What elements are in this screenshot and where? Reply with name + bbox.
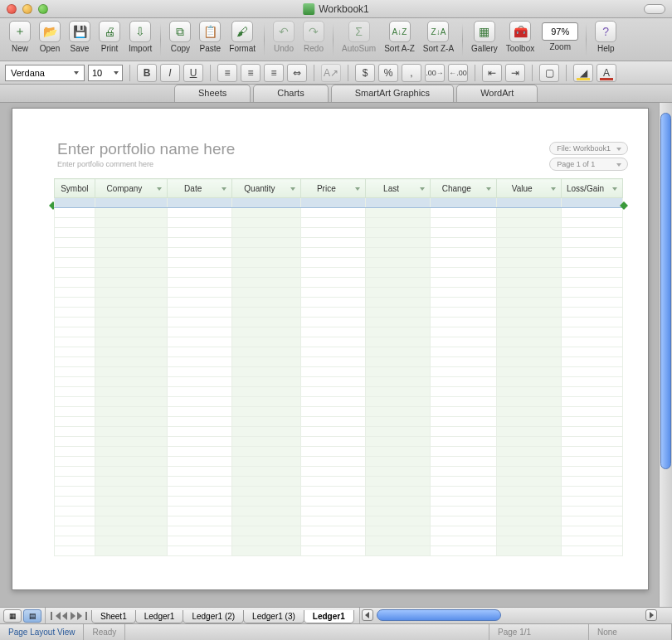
table-row[interactable] (55, 288, 623, 298)
cell[interactable] (300, 467, 365, 477)
cell[interactable] (562, 357, 623, 367)
cell[interactable] (95, 397, 167, 407)
cell[interactable] (95, 536, 167, 546)
cell[interactable] (168, 318, 232, 327)
cell[interactable] (55, 357, 95, 367)
cell[interactable] (366, 298, 431, 308)
page-layout-view-button[interactable]: ▤ (23, 609, 41, 623)
cell[interactable] (562, 218, 623, 228)
ribbon-tab-smartart[interactable]: SmartArt Graphics (331, 85, 454, 102)
table-row[interactable] (55, 218, 623, 228)
cell[interactable] (168, 347, 232, 357)
cell[interactable] (55, 198, 95, 208)
horizontal-scrollbar[interactable] (359, 608, 672, 623)
cell[interactable] (366, 258, 431, 268)
cell[interactable] (232, 437, 300, 447)
cell[interactable] (232, 516, 300, 526)
cell[interactable] (431, 357, 496, 367)
cell[interactable] (562, 288, 623, 298)
cell[interactable] (431, 427, 496, 437)
cell[interactable] (168, 387, 232, 397)
cell[interactable] (562, 487, 623, 497)
cell[interactable] (366, 198, 431, 208)
cell[interactable] (232, 357, 300, 367)
cell[interactable] (562, 377, 623, 387)
cell[interactable] (431, 288, 496, 298)
cell[interactable] (366, 377, 431, 387)
table-row[interactable] (55, 407, 623, 417)
cell[interactable] (431, 208, 496, 218)
cell[interactable] (168, 377, 232, 387)
cell[interactable] (55, 377, 95, 387)
cell[interactable] (496, 357, 562, 367)
column-header-value[interactable]: Value (496, 179, 562, 198)
cell[interactable] (95, 367, 167, 377)
cell[interactable] (55, 268, 95, 278)
close-window-button[interactable] (7, 4, 17, 14)
table-row[interactable] (55, 248, 623, 258)
cell[interactable] (431, 308, 496, 318)
cell[interactable] (366, 546, 431, 556)
help-button[interactable]: ?Help (591, 21, 621, 53)
underline-button[interactable]: U (183, 64, 203, 82)
ledger-body[interactable] (55, 198, 623, 556)
cell[interactable] (562, 228, 623, 238)
page[interactable]: Enter portfolio name here Enter portfoli… (12, 108, 649, 590)
currency-button[interactable]: $ (355, 64, 375, 82)
cell[interactable] (366, 367, 431, 377)
cell[interactable] (496, 427, 562, 437)
cell[interactable] (232, 327, 300, 337)
cell[interactable] (55, 437, 95, 447)
cell[interactable] (55, 536, 95, 546)
cell[interactable] (562, 417, 623, 427)
table-row[interactable] (55, 347, 623, 357)
cell[interactable] (95, 258, 167, 268)
cell[interactable] (431, 367, 496, 377)
cell[interactable] (300, 298, 365, 308)
table-row[interactable] (55, 536, 623, 546)
cell[interactable] (366, 397, 431, 407)
cell[interactable] (366, 357, 431, 367)
cell[interactable] (232, 248, 300, 258)
cell[interactable] (55, 278, 95, 288)
cell[interactable] (496, 228, 562, 238)
cell[interactable] (562, 516, 623, 526)
cell[interactable] (232, 536, 300, 546)
cell[interactable] (95, 268, 167, 278)
cell[interactable] (168, 507, 232, 516)
cell[interactable] (55, 447, 95, 457)
cell[interactable] (95, 516, 167, 526)
gallery-button[interactable]: ▦Gallery (467, 21, 502, 53)
cell[interactable] (562, 347, 623, 357)
cell[interactable] (55, 397, 95, 407)
minimize-window-button[interactable] (22, 4, 32, 14)
import-button[interactable]: ⇩Import (124, 21, 156, 53)
cell[interactable] (55, 258, 95, 268)
align-right-button[interactable]: ≡ (264, 64, 284, 82)
scroll-left-button[interactable] (362, 609, 373, 621)
cell[interactable] (300, 507, 365, 516)
column-header-symbol[interactable]: Symbol (55, 179, 95, 198)
cell[interactable] (55, 337, 95, 347)
cell[interactable] (55, 497, 95, 507)
cell[interactable] (562, 337, 623, 347)
cell[interactable] (562, 198, 623, 208)
cell[interactable] (55, 318, 95, 327)
cell[interactable] (95, 248, 167, 258)
cell[interactable] (496, 397, 562, 407)
horizontal-scroll-thumb[interactable] (377, 609, 501, 621)
cell[interactable] (431, 337, 496, 347)
cell[interactable] (168, 516, 232, 526)
table-row[interactable] (55, 327, 623, 337)
column-header-quantity[interactable]: Quantity (232, 179, 300, 198)
cell[interactable] (366, 507, 431, 516)
cell[interactable] (496, 238, 562, 248)
cell[interactable] (366, 516, 431, 526)
cell[interactable] (300, 278, 365, 288)
cell[interactable] (300, 526, 365, 536)
cell[interactable] (366, 526, 431, 536)
align-center-button[interactable]: ≡ (241, 64, 261, 82)
cell[interactable] (496, 268, 562, 278)
cell[interactable] (562, 427, 623, 437)
cell[interactable] (366, 278, 431, 288)
